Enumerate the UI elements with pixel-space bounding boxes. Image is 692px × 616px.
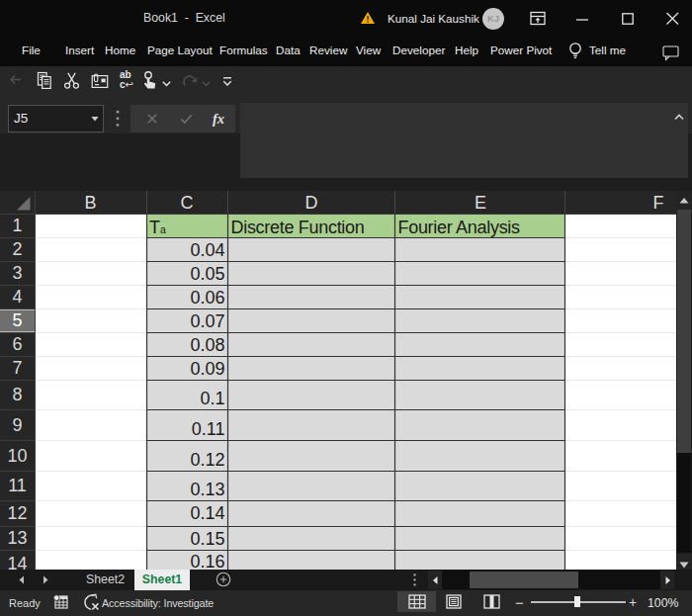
svg-text:11: 11 [8,476,27,495]
svg-text:0.16: 0.16 [190,552,224,570]
svg-text:0.04: 0.04 [190,240,224,260]
svg-text:12: 12 [7,503,27,523]
svg-text:4: 4 [12,287,22,307]
svg-text:Fourier Analysis: Fourier Analysis [398,218,521,237]
svg-text:0.1: 0.1 [200,389,224,408]
svg-text:0.15: 0.15 [190,529,224,549]
svg-text:7: 7 [12,358,22,378]
svg-text:0.12: 0.12 [190,450,224,470]
svg-text:E: E [475,193,486,213]
svg-text:B: B [84,193,96,213]
svg-text:C: C [181,193,194,213]
svg-text:0.05: 0.05 [190,264,224,284]
svg-text:14: 14 [7,554,27,571]
svg-text:0.07: 0.07 [190,311,224,331]
svg-text:6: 6 [12,334,22,354]
svg-text:0.13: 0.13 [190,480,224,499]
svg-text:5: 5 [12,310,22,330]
svg-text:0.06: 0.06 [190,288,224,308]
svg-text:2: 2 [12,239,22,259]
svg-text:1: 1 [12,216,22,235]
svg-text:0.14: 0.14 [190,503,224,523]
svg-text:3: 3 [12,263,22,283]
svg-text:13: 13 [7,528,27,548]
svg-text:8: 8 [12,385,22,404]
svg-text:Discrete Function: Discrete Function [231,218,365,237]
svg-text:0.11: 0.11 [192,419,225,439]
svg-text:10: 10 [7,446,27,466]
svg-text:9: 9 [12,415,22,435]
svg-text:0.09: 0.09 [190,359,224,379]
svg-text:F: F [653,193,664,213]
svg-text:D: D [305,193,318,213]
svg-text:0.08: 0.08 [190,335,224,355]
